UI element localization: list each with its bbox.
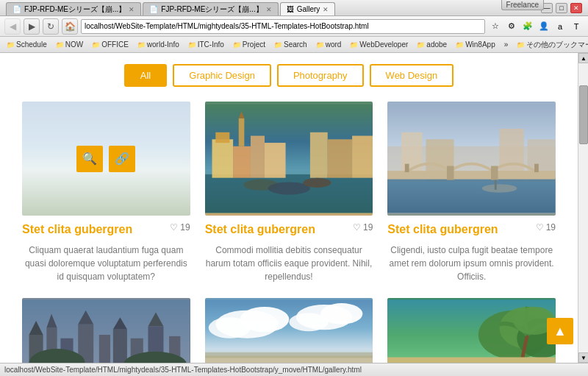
svg-rect-7	[310, 132, 328, 178]
gallery-meta-2: Stet clita gubergren ♡ 19	[205, 216, 373, 239]
browser-window: 📄 FJP-RFD-MEシリーズ【崩...】 ✕ 📄 FJP-RFD-MEシリー…	[0, 0, 588, 376]
bookmark-office[interactable]: 📁OFFICE	[88, 40, 132, 49]
gallery-desc-2: Commodi mollitia debitis consequatur har…	[205, 244, 373, 283]
tab-3-close[interactable]: ✕	[323, 6, 329, 13]
search-overlay-icon-1[interactable]: 🔍	[76, 146, 103, 172]
amazon-icon[interactable]: a	[553, 19, 567, 34]
translate-icon[interactable]: T	[569, 19, 584, 34]
bookmark-adobe[interactable]: 📁adobe	[413, 40, 451, 49]
refresh-button[interactable]: ↻	[43, 18, 59, 35]
nav-icons: ☆ ⚙ 🧩 👤 a T	[488, 19, 584, 34]
gallery-img-wrap-1[interactable]: 🔍 🔗	[22, 102, 190, 216]
gallery-img-wrap-2[interactable]	[205, 102, 373, 216]
svg-rect-26	[534, 164, 539, 172]
tab-1-close[interactable]: ✕	[129, 6, 135, 13]
bookmark-win8app[interactable]: 📁Win8App	[452, 40, 499, 49]
star-icon[interactable]: ☆	[488, 19, 503, 34]
address-bar[interactable]	[81, 19, 485, 34]
heart-icon-2: ♡	[353, 222, 361, 233]
gallery-item-1: 🔍 🔗 Stet clita gubergren ♡ 19 Cliquam qu…	[22, 102, 190, 283]
bookmarks-bar: 📁Schedule 📁NOW 📁OFFICE 📁world-Info 📁ITC-…	[0, 37, 588, 53]
scrollbar[interactable]: ▲ ▼	[578, 53, 588, 363]
svg-rect-25	[405, 164, 409, 172]
window-controls: — □ ✕	[541, 3, 582, 13]
tab-1-label: FJP-RFD-MEシリーズ【崩...】	[24, 4, 126, 15]
svg-rect-9	[352, 136, 373, 178]
filter-graphic-design[interactable]: Graphic Design	[173, 64, 271, 87]
svg-rect-21	[387, 178, 556, 213]
tab-2[interactable]: 📄 FJP-RFD-MEシリーズ【崩...】 ✕	[143, 2, 278, 15]
filter-buttons: All Graphic Design Photography Web Desig…	[22, 64, 556, 87]
gallery-desc-3: Cligendi, iusto culpa fugit beatae tempo…	[387, 244, 556, 283]
close-button[interactable]: ✕	[570, 3, 582, 13]
gallery-img-wrap-5[interactable]	[205, 298, 373, 363]
svg-rect-38	[113, 329, 127, 363]
tab-1[interactable]: 📄 FJP-RFD-MEシリーズ【崩...】 ✕	[6, 2, 141, 15]
svg-point-52	[289, 313, 328, 331]
gallery-desc-1: Cliquam quaerat laudantium fuga quam qua…	[22, 244, 190, 283]
bookmark-now[interactable]: 📁NOW	[52, 40, 87, 49]
tab-2-close[interactable]: ✕	[266, 6, 272, 13]
bookmark-more[interactable]: »	[501, 40, 512, 49]
filter-photography[interactable]: Photography	[277, 64, 364, 87]
svg-rect-5	[251, 136, 265, 178]
bookmark-world-info[interactable]: 📁world-Info	[134, 40, 183, 49]
tab-3-favicon: 🖼	[287, 5, 294, 13]
freelance-badge: Freelance	[501, 0, 544, 10]
svg-rect-13	[238, 118, 244, 146]
extensions-icon[interactable]: 🧩	[520, 19, 535, 34]
back-button[interactable]: ◀	[4, 18, 21, 35]
heart-icon-3: ♡	[536, 222, 544, 233]
tab-3[interactable]: 🖼 Gallery ✕	[280, 2, 336, 15]
title-bar: 📄 FJP-RFD-MEシリーズ【崩...】 ✕ 📄 FJP-RFD-MEシリー…	[0, 0, 588, 16]
bookmark-word[interactable]: 📁word	[312, 40, 345, 49]
user-icon[interactable]: 👤	[537, 19, 551, 34]
svg-rect-60	[387, 357, 556, 363]
svg-rect-23	[447, 166, 454, 180]
bookmark-itc-info[interactable]: 📁ITC-Info	[184, 40, 228, 49]
gallery-img-wrap-6[interactable]	[387, 298, 556, 363]
svg-rect-54	[205, 352, 373, 358]
heart-icon-1: ♡	[170, 222, 178, 233]
status-bar: localhost/WebSite-Template/HTML/mightyde…	[0, 363, 588, 376]
svg-rect-3	[215, 132, 229, 143]
status-url: localhost/WebSite-Template/HTML/mightyde…	[4, 366, 362, 374]
svg-rect-8	[327, 139, 351, 177]
nav-bar: ◀ ▶ ↻ 🏠 ☆ ⚙ 🧩 👤 a T	[0, 16, 588, 37]
scrollbar-down-arrow[interactable]: ▼	[578, 352, 588, 363]
bookmark-search[interactable]: 📁Search	[270, 40, 311, 49]
bookmark-project[interactable]: 📁Project	[229, 40, 269, 49]
tab-2-favicon: 📄	[149, 5, 158, 13]
filter-all[interactable]: All	[124, 64, 167, 87]
gallery-area: All Graphic Design Photography Web Desig…	[0, 53, 578, 363]
gallery-title-2: Stet clita gubergren	[205, 223, 315, 236]
tabs-container: 📄 FJP-RFD-MEシリーズ【崩...】 ✕ 📄 FJP-RFD-MEシリー…	[6, 0, 335, 15]
gallery-overlay-1: 🔍 🔗	[22, 102, 190, 216]
gallery-image-2	[205, 102, 373, 216]
scrollbar-up-arrow[interactable]: ▲	[578, 53, 588, 63]
page-content: All Graphic Design Photography Web Desig…	[0, 53, 588, 363]
scrollbar-thumb[interactable]	[579, 85, 588, 144]
settings-icon[interactable]: ⚙	[504, 19, 519, 34]
svg-rect-28	[495, 180, 497, 190]
svg-point-27	[482, 184, 517, 192]
link-overlay-icon-1[interactable]: 🔗	[109, 146, 135, 172]
scroll-top-button[interactable]: ▲	[547, 318, 573, 344]
gallery-img-wrap-4[interactable]	[22, 298, 190, 363]
gallery-img-wrap-3[interactable]	[387, 102, 556, 216]
gallery-image-4	[22, 298, 190, 363]
svg-rect-24	[491, 166, 498, 180]
home-button[interactable]: 🏠	[62, 18, 78, 35]
forward-button[interactable]: ▶	[24, 18, 40, 35]
bookmark-schedule[interactable]: 📁Schedule	[3, 40, 51, 49]
gallery-image-6	[387, 298, 556, 363]
tab-1-favicon: 📄	[12, 5, 21, 13]
bookmark-other[interactable]: 📁その他のブックマーク	[513, 39, 588, 51]
gallery-image-5	[205, 298, 373, 363]
maximize-button[interactable]: □	[556, 3, 567, 13]
gallery-item-5	[205, 298, 373, 363]
tab-3-label: Gallery	[297, 5, 320, 13]
svg-rect-2	[212, 139, 233, 177]
bookmark-webdev[interactable]: 📁WebDeveloper	[346, 40, 412, 49]
filter-web-design[interactable]: Web Design	[370, 64, 454, 87]
